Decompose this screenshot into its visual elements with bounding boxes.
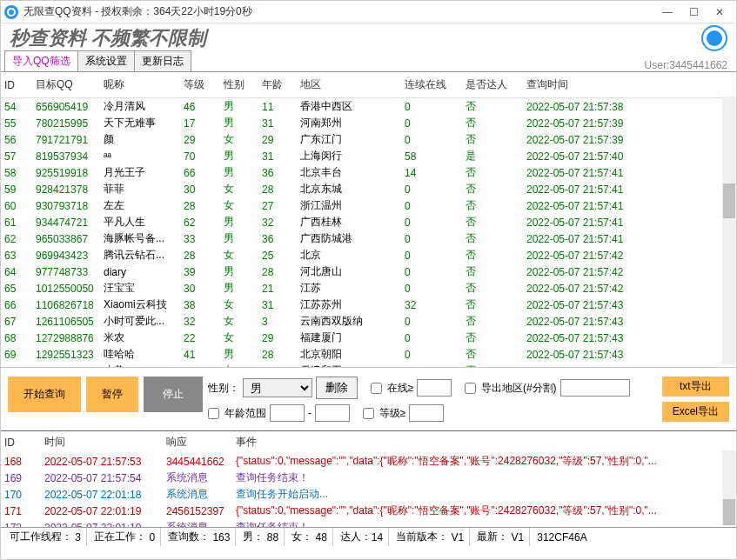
cell: 0 [401,181,462,197]
table-row[interactable]: 661106826718Xiaomi云科技38女31江苏苏州32否2022-05… [1,297,736,313]
col-id[interactable]: ID [1,72,32,98]
cell: 2022-05-07 21:57:43 [523,363,736,368]
table-row[interactable]: 64977748733diary39男28河北唐山0否2022-05-07 21… [1,263,736,280]
cell: 福建厦门 [297,330,401,346]
log-col-id[interactable]: ID [1,431,41,453]
age-label: 年龄范围 [224,406,266,421]
log-cell: 系统消息 [163,519,232,527]
delete-button[interactable]: 删除 [316,377,358,399]
cell: 36 [258,230,297,247]
table-row[interactable]: 701329607450小美32女28天津和平0否2022-05-07 21:5… [1,363,736,368]
age-max-input[interactable] [315,404,350,422]
maximize-button[interactable]: ☐ [680,3,707,22]
cell: 2022-05-07 21:57:39 [523,115,736,131]
log-cell: 查询任务结束！ [232,519,736,527]
table-row[interactable]: 63969943423腾讯云钻石...28女25北京0否2022-05-07 2… [1,247,736,263]
cell: 27 [258,197,297,214]
header: 秒查资料 不频繁不限制 [1,23,736,53]
stop-button[interactable]: 停止 [144,377,203,412]
log-col-event[interactable]: 事件 [232,431,736,453]
table-row[interactable]: 61934474721平凡人生62男32广西桂林0否2022-05-07 21:… [1,214,736,230]
col-level[interactable]: 等级 [180,72,220,98]
cell: 0 [401,197,462,214]
table-row[interactable]: 55780215995天下无难事17男31河南郑州0否2022-05-07 21… [1,115,736,131]
log-row[interactable]: 1712022-05-07 22:01:192456152397{"status… [1,503,736,519]
log-table[interactable]: ID 时间 响应 事件 1682022-05-07 21:57:53344544… [1,431,736,527]
controls-panel: 开始查询 暂停 停止 性别： 男 删除 在线≥ 导出地区(#分割) 年龄范围 -… [1,368,736,431]
log-cell: 查询任务开始启动... [232,486,736,503]
log-cell: 系统消息 [163,470,232,486]
log-row[interactable]: 1682022-05-07 21:57:533445441662{"status… [1,453,736,470]
log-col-time[interactable]: 时间 [41,431,163,453]
cell: 31 [258,148,297,164]
table-row[interactable]: 58925519918月光王子66男36北京丰台14否2022-05-07 21… [1,164,736,181]
logo-icon [701,25,727,51]
table-row[interactable]: 651012550050汪宝宝30男21江苏0否2022-05-07 21:57… [1,280,736,297]
tab-changelog[interactable]: 更新日志 [134,50,191,71]
level-checkbox[interactable] [363,408,374,419]
table-row[interactable]: 57819537934ªª70男31上海闵行58是2022-05-07 21:5… [1,148,736,164]
data-table-wrap: ID 目标QQ 昵称 等级 性别 年龄 地区 连续在线 是否达人 查询时间 54… [1,72,736,368]
table-row[interactable]: 62965033867海豚帐号备...33男36广西防城港0否2022-05-0… [1,230,736,247]
col-nick[interactable]: 昵称 [100,72,180,98]
col-daren[interactable]: 是否达人 [462,72,523,98]
tab-settings[interactable]: 系统设置 [77,50,135,71]
cell: 1329607450 [32,363,100,368]
log-row[interactable]: 1722022-05-07 22:01:19系统消息查询任务结束！ [1,519,736,527]
age-checkbox[interactable] [208,408,219,419]
sex-select[interactable]: 男 [243,378,312,397]
excel-export-button[interactable]: Excel导出 [662,402,729,422]
cell: 否 [462,280,523,297]
cell: 965033867 [32,230,100,247]
log-col-resp[interactable]: 响应 [163,431,232,453]
cell: 0 [401,346,462,363]
col-area[interactable]: 地区 [297,72,401,98]
cell: 浙江温州 [297,197,401,214]
table-row[interactable]: 60930793718左左28女27浙江温州0否2022-05-07 21:57… [1,197,736,214]
cell: 腾讯云钻石... [100,247,180,263]
area-checkbox[interactable] [465,383,476,394]
cell: 男 [220,148,258,164]
col-sex[interactable]: 性别 [220,72,258,98]
log-row[interactable]: 1692022-05-07 21:57:54系统消息查询任务结束！ [1,470,736,486]
table-row[interactable]: 671261106505小时可爱此...32女3云南西双版纳0否2022-05-… [1,313,736,330]
start-button[interactable]: 开始查询 [8,377,81,412]
col-age[interactable]: 年龄 [258,72,297,98]
cell: 29 [258,330,297,346]
col-online[interactable]: 连续在线 [401,72,462,98]
online-input[interactable] [417,379,452,397]
table-row[interactable]: 681272988876米农22女29福建厦门0否2022-05-07 21:5… [1,330,736,346]
cell: 天下无难事 [100,115,180,131]
level-input[interactable] [409,404,444,422]
txt-export-button[interactable]: txt导出 [662,377,729,397]
scroll-thumb[interactable] [723,183,735,218]
pause-button[interactable]: 暂停 [86,377,138,412]
online-checkbox[interactable] [371,383,382,394]
cell: diary [100,263,180,280]
log-scrollbar[interactable] [722,450,736,525]
table-row[interactable]: 59928421378菲菲30女28北京东城0否2022-05-07 21:57… [1,181,736,197]
data-table[interactable]: ID 目标QQ 昵称 等级 性别 年龄 地区 连续在线 是否达人 查询时间 54… [1,72,736,368]
table-row[interactable]: 691292551323哇哈哈41男28北京朝阳0否2022-05-07 21:… [1,346,736,363]
col-time[interactable]: 查询时间 [523,72,736,98]
table-row[interactable]: 56791721791颜29女29广东江门0否2022-05-07 21:57:… [1,131,736,148]
cell: 61 [1,214,32,230]
log-row[interactable]: 1702022-05-07 22:01:18系统消息查询任务开始启动... [1,486,736,503]
cell: 江苏 [297,280,401,297]
cell: 11 [258,98,297,116]
area-input[interactable] [560,379,630,397]
tab-import[interactable]: 导入QQ筛选 [4,50,78,71]
cell: 67 [1,313,32,330]
table-scrollbar[interactable] [722,97,736,364]
minimize-button[interactable]: — [654,3,680,22]
cell: 29 [180,131,220,148]
cell: 28 [258,263,297,280]
close-button[interactable]: ✕ [707,3,733,22]
cell: 否 [462,164,523,181]
table-row[interactable]: 54656905419冷月清风46男11香港中西区0否2022-05-07 21… [1,98,736,116]
cell: 33 [180,230,220,247]
age-min-input[interactable] [270,404,305,422]
log-scroll-thumb[interactable] [723,499,735,525]
cell: 2022-05-07 21:57:41 [523,181,736,197]
col-qq[interactable]: 目标QQ [32,72,100,98]
